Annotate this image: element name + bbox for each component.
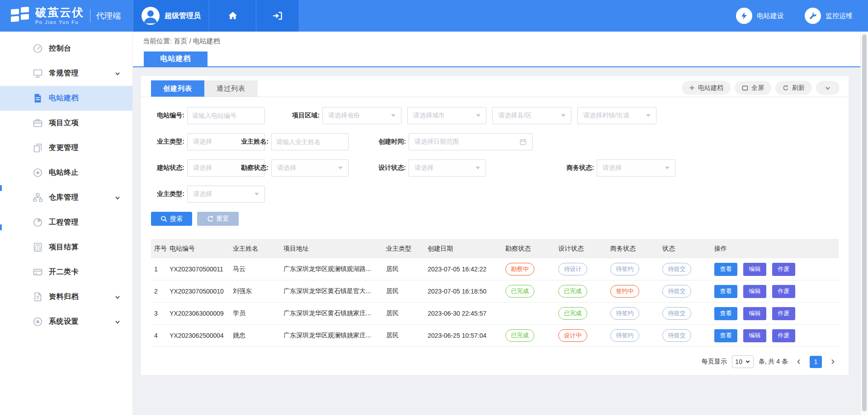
user-menu[interactable]: 超级管理员 [133, 0, 209, 32]
void-button[interactable]: 作废 [772, 329, 795, 342]
breadcrumb-path[interactable]: 首页 / 电站建档 [174, 37, 220, 45]
sidebar-item-change-mgmt[interactable]: 变更管理 [0, 135, 132, 160]
refresh-button[interactable]: 刷新 [775, 81, 812, 95]
logo-text: 破茧云伏 Po Jian Yun Fu [35, 6, 84, 25]
sidebar-item-warehouse-mgmt[interactable]: 仓库管理 [0, 185, 132, 210]
cell-address: 广东深圳龙华区黄石镇星官大... [283, 287, 386, 295]
void-button[interactable]: 作废 [772, 307, 795, 320]
sidebar-item-station-termination[interactable]: 电站终止 [0, 160, 132, 185]
survey-status-badge: 勘察中 [505, 263, 534, 275]
cell-created: 2023-07-05 16:18:50 [428, 288, 505, 295]
sidebar-item-engineering-mgmt[interactable]: 工程管理 [0, 210, 132, 235]
sidebar-item-dashboard[interactable]: 控制台 [0, 36, 132, 61]
plus-icon [689, 85, 695, 91]
col-address: 项目地址 [283, 245, 386, 253]
breadcrumb: 当前位置: 首页 / 电站建档 [143, 37, 220, 46]
nav-monitor-ops[interactable]: 监控运维 [805, 8, 853, 24]
sidebar-item-label: 电站终止 [49, 168, 79, 177]
fullscreen-button[interactable]: 全屏 [735, 81, 771, 95]
cell-index: 1 [151, 266, 170, 273]
view-button[interactable]: 查看 [714, 307, 737, 320]
col-code: 电站编号 [170, 245, 233, 253]
void-button[interactable]: 作废 [772, 263, 795, 276]
sidebar-item-station-archive[interactable]: 电站建档 [0, 86, 132, 111]
sidebar-item-label: 资料归档 [49, 292, 79, 302]
sidebar-item-project-settlement[interactable]: 项目结算 [0, 235, 132, 260]
col-business: 商务状态 [610, 245, 662, 253]
business-status-select[interactable]: 请选择 [597, 159, 675, 177]
design-status-badge: 设计中 [558, 329, 587, 342]
prev-page-button[interactable] [793, 356, 805, 368]
tab-create-list[interactable]: 创建列表 [151, 80, 204, 97]
col-operations: 操作 [714, 245, 839, 253]
edit-button[interactable]: 编辑 [743, 263, 766, 276]
new-station-button[interactable]: 电站建档 [682, 81, 731, 95]
edit-button[interactable]: 编辑 [743, 285, 766, 298]
card-toolbar: 电站建档 全屏 刷新 [682, 81, 840, 95]
owner-type-placeholder: 请选择 [193, 138, 212, 146]
survey-status-placeholder: 请选择 [277, 164, 296, 172]
view-button[interactable]: 查看 [714, 285, 737, 298]
status-badge: 待提交 [662, 307, 691, 320]
table-row: 2 YX2023070500010 刘强东 广东深圳龙华区黄石镇星官大... 居… [151, 280, 839, 303]
caret-down-icon [561, 114, 566, 117]
owner-name-input[interactable] [271, 133, 349, 150]
owner-type2-select[interactable]: 请选择 [187, 186, 265, 203]
design-status-select[interactable]: 请选择 [409, 159, 486, 177]
status-badge: 待提交 [662, 329, 691, 342]
nav-station-build[interactable]: 电站建设 [736, 8, 784, 24]
chevron-down-icon [114, 70, 121, 77]
owner-type2-placeholder: 请选择 [193, 190, 212, 198]
topnav-right: 电站建设 监控运维 [736, 0, 868, 32]
county-select[interactable]: 请选择县/区 [492, 107, 571, 124]
sidebar-item-open-type2-card[interactable]: 开二类卡 [0, 260, 132, 284]
cell-code: YX2023070500010 [170, 288, 233, 295]
caret-down-icon [646, 114, 651, 117]
sidebar-item-system-settings[interactable]: 系统设置 [0, 309, 132, 334]
void-button[interactable]: 作废 [772, 285, 795, 298]
logout-button[interactable] [256, 0, 299, 32]
city-select[interactable]: 请选择城市 [407, 107, 486, 124]
filter-row-1: 电站编号: 项目区域: 请选择省份 请选择城市 请选择县/区 [141, 107, 849, 133]
sidebar-item-project-initiation[interactable]: 项目立项 [0, 111, 132, 135]
per-page-label: 每页显示 [702, 358, 727, 366]
region-label: 项目区域: [286, 112, 320, 120]
town-placeholder: 请选择村镇/街道 [583, 112, 629, 120]
edit-button[interactable]: 编辑 [743, 329, 766, 342]
next-page-button[interactable] [827, 356, 839, 368]
page-size-select[interactable]: 10 [732, 355, 754, 368]
home-button[interactable] [209, 0, 256, 32]
station-no-input[interactable] [187, 107, 265, 124]
logo-title: 破茧云伏 [35, 6, 84, 19]
sidebar-item-label: 项目立项 [49, 118, 79, 128]
date-range-picker[interactable]: 请选择日期范围 [409, 133, 533, 150]
cell-address: 广东深圳龙华区观澜镇姚家庄... [283, 331, 386, 340]
cell-address: 广东深圳龙华区观澜镇观湖路... [283, 265, 386, 273]
owner-type-label: 业主类型: [151, 138, 184, 146]
credit-card-icon [32, 267, 43, 278]
sidebar-item-data-archive[interactable]: 资料归档 [0, 284, 132, 309]
view-button[interactable]: 查看 [714, 263, 737, 276]
sitemap-icon [32, 192, 43, 203]
page-tab-station-archive[interactable]: 电站建档 [144, 51, 208, 66]
build-status-placeholder: 请选择 [193, 164, 212, 172]
survey-status-label: 勘察状态: [235, 164, 269, 172]
reset-button[interactable]: 重置 [197, 212, 239, 226]
view-button[interactable]: 查看 [714, 329, 737, 342]
current-page-button[interactable]: 1 [810, 356, 822, 368]
station-no-label: 电站编号: [151, 112, 184, 120]
cell-type: 居民 [386, 309, 428, 317]
scrollbar-thumb[interactable] [862, 34, 867, 411]
fullscreen-icon [742, 85, 748, 91]
tab-passed-list[interactable]: 通过列表 [204, 80, 258, 97]
search-button[interactable]: 搜索 [151, 212, 192, 226]
region-selects: 请选择省份 请选择城市 请选择县/区 请选择村镇/街道 [322, 107, 662, 124]
collapse-button[interactable] [816, 81, 840, 95]
province-select[interactable]: 请选择省份 [322, 107, 401, 124]
cell-created: 2023-07-05 16:42:22 [428, 266, 505, 273]
survey-status-select[interactable]: 请选择 [271, 159, 349, 177]
edit-button[interactable]: 编辑 [743, 307, 766, 320]
sidebar-item-general-mgmt[interactable]: 常规管理 [0, 61, 132, 86]
town-select[interactable]: 请选择村镇/街道 [577, 107, 656, 124]
status-badge: 待提交 [662, 285, 691, 298]
